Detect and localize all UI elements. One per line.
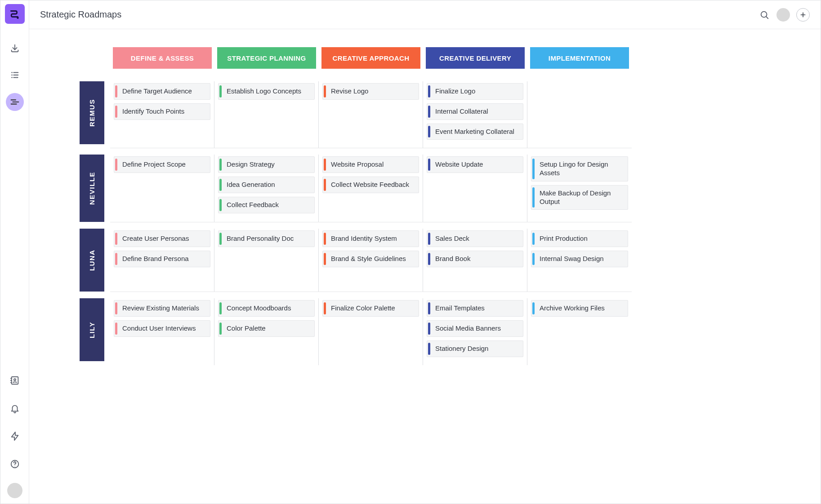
card[interactable]: Define Brand Persona <box>114 251 210 267</box>
column-header-label: CREATIVE DELIVERY <box>439 54 511 62</box>
search-icon[interactable] <box>759 9 770 21</box>
column-header-implementation: IMPLEMENTATION <box>530 47 629 69</box>
card[interactable]: Identify Touch Points <box>114 103 210 120</box>
card[interactable]: Sales Deck <box>427 230 523 247</box>
import-icon[interactable] <box>6 39 24 57</box>
card[interactable]: Make Backup of Design Output <box>531 185 628 210</box>
card-title: Internal Collateral <box>433 107 488 116</box>
card[interactable]: Social Media Banners <box>427 320 523 337</box>
swimlane-label-text: NEVILLE <box>88 172 96 205</box>
card-title: Email Templates <box>433 304 485 313</box>
contacts-icon[interactable] <box>6 371 24 389</box>
svg-line-20 <box>766 16 768 18</box>
cell-remus-define[interactable]: Define Target AudienceIdentify Touch Poi… <box>110 81 214 148</box>
cell-lily-planning[interactable]: Concept MoodboardsColor Palette <box>214 298 319 365</box>
card[interactable]: Color Palette <box>218 320 315 337</box>
card[interactable]: Brand Book <box>427 251 523 267</box>
svg-point-2 <box>11 72 13 73</box>
card[interactable]: Collect Feedback <box>218 197 315 213</box>
card-title: Website Update <box>433 160 483 169</box>
cell-lily-creative_delivery[interactable]: Email TemplatesSocial Media BannersStati… <box>423 298 527 365</box>
card-title: Brand Personality Doc <box>224 234 294 243</box>
card-title: Create User Personas <box>120 234 189 243</box>
cell-neville-creative_delivery[interactable]: Website Update <box>423 155 527 222</box>
swimlane-label-text: LUNA <box>88 249 96 271</box>
roadmap-icon[interactable] <box>6 93 24 111</box>
card[interactable]: Idea Generation <box>218 177 315 193</box>
content-area: Strategic Roadmaps DEFINE & ASSESSSTRATE… <box>29 0 821 504</box>
card[interactable]: Internal Collateral <box>427 103 523 120</box>
card-title: Define Brand Persona <box>120 255 189 263</box>
card[interactable]: Finalize Logo <box>427 83 523 100</box>
board-scroll[interactable]: DEFINE & ASSESSSTRATEGIC PLANNINGCREATIV… <box>29 29 821 504</box>
cell-lily-implementation[interactable]: Archive Working Files <box>527 298 632 365</box>
sidebar-avatar[interactable] <box>7 483 22 498</box>
cell-luna-planning[interactable]: Brand Personality Doc <box>214 229 319 292</box>
svg-point-6 <box>11 77 13 78</box>
card[interactable]: Internal Swag Design <box>531 251 628 267</box>
card[interactable]: Event Marketing Collateral <box>427 124 523 140</box>
card[interactable]: Website Proposal <box>322 156 419 173</box>
card-title: Brand Book <box>433 255 470 263</box>
cell-luna-define[interactable]: Create User PersonasDefine Brand Persona <box>110 229 214 292</box>
column-header-creative_delivery: CREATIVE DELIVERY <box>426 47 525 69</box>
card[interactable]: Setup Lingo for Design Assets <box>531 156 628 181</box>
cell-lily-define[interactable]: Review Existing MaterialsConduct User In… <box>110 298 214 365</box>
card[interactable]: Design Strategy <box>218 156 315 173</box>
card[interactable]: Review Existing Materials <box>114 300 210 317</box>
cell-remus-creative_delivery[interactable]: Finalize LogoInternal CollateralEvent Ma… <box>423 81 527 148</box>
app-logo[interactable] <box>5 4 25 24</box>
card-title: Finalize Color Palette <box>328 304 395 313</box>
help-icon[interactable] <box>6 455 24 473</box>
list-icon[interactable] <box>6 66 24 84</box>
card-title: Idea Generation <box>224 181 275 189</box>
cell-remus-creative_approach[interactable]: Revise Logo <box>319 81 423 148</box>
card-title: Sales Deck <box>433 234 469 243</box>
card[interactable]: Email Templates <box>427 300 523 317</box>
cell-remus-implementation[interactable] <box>527 81 632 148</box>
lightning-icon[interactable] <box>6 427 24 445</box>
cell-luna-implementation[interactable]: Print ProductionInternal Swag Design <box>527 229 632 292</box>
cell-neville-planning[interactable]: Design StrategyIdea GenerationCollect Fe… <box>214 155 319 222</box>
card[interactable]: Brand & Style Guidelines <box>322 251 419 267</box>
cell-lily-creative_approach[interactable]: Finalize Color Palette <box>319 298 423 365</box>
card-title: Archive Working Files <box>537 304 605 313</box>
card[interactable]: Create User Personas <box>114 230 210 247</box>
column-header-label: STRATEGIC PLANNING <box>227 54 306 62</box>
card-title: Revise Logo <box>328 87 368 96</box>
card[interactable]: Finalize Color Palette <box>322 300 419 317</box>
card[interactable]: Print Production <box>531 230 628 247</box>
card[interactable]: Concept Moodboards <box>218 300 315 317</box>
cell-luna-creative_delivery[interactable]: Sales DeckBrand Book <box>423 229 527 292</box>
card-title: Event Marketing Collateral <box>433 128 514 136</box>
card[interactable]: Stationery Design <box>427 340 523 357</box>
card[interactable]: Website Update <box>427 156 523 173</box>
card[interactable]: Define Target Audience <box>114 83 210 100</box>
card[interactable]: Collect Website Feedback <box>322 177 419 193</box>
card[interactable]: Revise Logo <box>322 83 419 100</box>
cell-neville-define[interactable]: Define Project Scope <box>110 155 214 222</box>
cell-neville-creative_approach[interactable]: Website ProposalCollect Website Feedback <box>319 155 423 222</box>
add-button[interactable] <box>796 8 810 22</box>
cell-remus-planning[interactable]: Establish Logo Concepts <box>214 81 319 148</box>
card-title: Social Media Banners <box>433 324 501 333</box>
card-title: Stationery Design <box>433 345 488 353</box>
bell-icon[interactable] <box>6 399 24 417</box>
card[interactable]: Brand Identity System <box>322 230 419 247</box>
card-title: Print Production <box>537 234 588 243</box>
swimlane-label-luna: LUNA <box>80 229 104 292</box>
cell-neville-implementation[interactable]: Setup Lingo for Design AssetsMake Backup… <box>527 155 632 222</box>
header-bar: Strategic Roadmaps <box>29 0 821 29</box>
sidebar-nav-bottom <box>6 371 24 498</box>
card[interactable]: Conduct User Interviews <box>114 320 210 337</box>
swimlane-label-text: LILY <box>88 322 96 338</box>
card[interactable]: Define Project Scope <box>114 156 210 173</box>
card[interactable]: Archive Working Files <box>531 300 628 317</box>
header-avatar[interactable] <box>776 8 790 22</box>
logo-icon <box>9 8 21 20</box>
cell-luna-creative_approach[interactable]: Brand Identity SystemBrand & Style Guide… <box>319 229 423 292</box>
card[interactable]: Brand Personality Doc <box>218 230 315 247</box>
card[interactable]: Establish Logo Concepts <box>218 83 315 100</box>
svg-point-4 <box>11 75 13 76</box>
card-title: Establish Logo Concepts <box>224 87 301 96</box>
